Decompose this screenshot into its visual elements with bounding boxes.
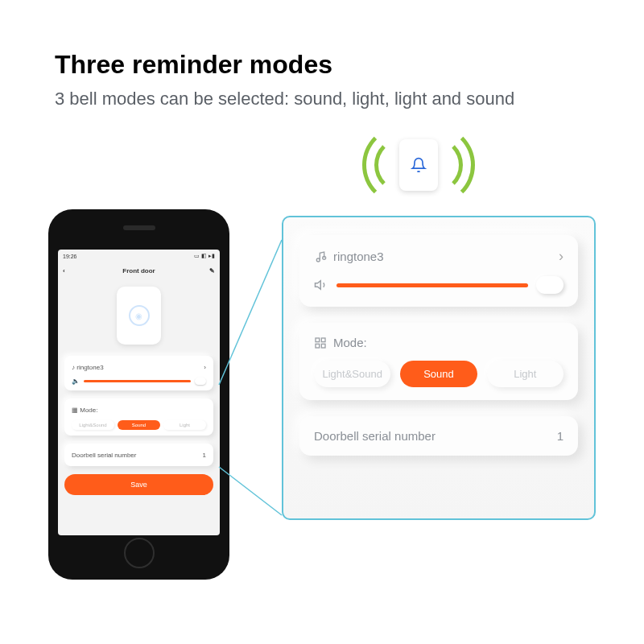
- svg-rect-5: [316, 338, 320, 342]
- volume-slider[interactable]: [314, 276, 564, 294]
- svg-point-3: [323, 256, 326, 259]
- mode-option-light-sound[interactable]: Light&Sound: [314, 361, 390, 387]
- volume-slider[interactable]: 🔈: [72, 378, 206, 385]
- mode-card: ▦ Mode: Light&Sound Sound Light: [64, 398, 213, 436]
- mode-option-light-sound[interactable]: Light&Sound: [72, 420, 114, 430]
- phone-screen: 19:26 ▭ ◧ ▸▮ ‹ Front door ✎ ◉ ♪ ringtone…: [58, 250, 220, 535]
- slider-track[interactable]: [336, 283, 528, 287]
- serial-label: Doorbell serial number: [72, 452, 136, 459]
- serial-value: 1: [557, 429, 564, 443]
- ringtone-name: ringtone3: [333, 250, 384, 263]
- speaker-device: [399, 139, 438, 191]
- ringtone-card[interactable]: ringtone3 ›: [299, 235, 578, 307]
- svg-rect-6: [321, 338, 325, 342]
- chevron-right-icon: ›: [559, 248, 564, 265]
- bell-icon: [411, 157, 427, 173]
- mode-option-light[interactable]: Light: [163, 420, 206, 430]
- mode-option-light[interactable]: Light: [487, 361, 564, 387]
- serial-card[interactable]: Doorbell serial number 1: [299, 416, 578, 456]
- status-bar: 19:26 ▭ ◧ ▸▮: [58, 250, 220, 262]
- save-button[interactable]: Save: [64, 474, 213, 495]
- status-time: 19:26: [63, 254, 77, 259]
- speaker-illustration: [346, 129, 491, 201]
- ringtone-card[interactable]: ♪ ringtone3 › 🔈: [64, 356, 213, 390]
- svg-rect-8: [321, 344, 325, 348]
- screen-title: Front door: [122, 267, 155, 275]
- page-title: Three reminder modes: [55, 50, 332, 80]
- grid-icon: [314, 336, 327, 349]
- svg-rect-7: [316, 344, 320, 348]
- ringtone-label: ♪ ringtone3: [72, 364, 104, 371]
- zoom-panel: ringtone3 › Mode: Light&Sound Sound Ligh…: [282, 216, 596, 520]
- mode-option-sound[interactable]: Sound: [118, 420, 160, 430]
- status-icons: ▭ ◧ ▸▮: [194, 253, 215, 259]
- chevron-right-icon: ›: [204, 364, 206, 371]
- mode-label: ▦ Mode:: [72, 407, 97, 414]
- slider-thumb[interactable]: [195, 378, 206, 385]
- slider-track[interactable]: [84, 380, 191, 382]
- phone-mockup: 19:26 ▭ ◧ ▸▮ ‹ Front door ✎ ◉ ♪ ringtone…: [48, 209, 229, 580]
- mode-card: Mode: Light&Sound Sound Light: [299, 323, 578, 400]
- serial-value: 1: [203, 452, 206, 459]
- mode-option-sound[interactable]: Sound: [400, 361, 477, 387]
- mode-label-text: Mode:: [333, 336, 367, 349]
- device-preview: ◉: [117, 287, 161, 345]
- volume-icon: [314, 278, 328, 292]
- serial-card[interactable]: Doorbell serial number 1: [64, 444, 213, 466]
- page-subtitle: 3 bell modes can be selected: sound, lig…: [55, 89, 514, 109]
- volume-icon: 🔈: [72, 378, 80, 385]
- slider-thumb[interactable]: [536, 276, 564, 294]
- title-bar: ‹ Front door ✎: [58, 262, 220, 279]
- doorbell-button-icon: ◉: [129, 305, 150, 326]
- edit-icon[interactable]: ✎: [209, 267, 215, 275]
- svg-marker-4: [316, 281, 321, 290]
- back-icon[interactable]: ‹: [63, 267, 65, 275]
- music-note-icon: [314, 250, 327, 263]
- serial-label: Doorbell serial number: [314, 429, 436, 443]
